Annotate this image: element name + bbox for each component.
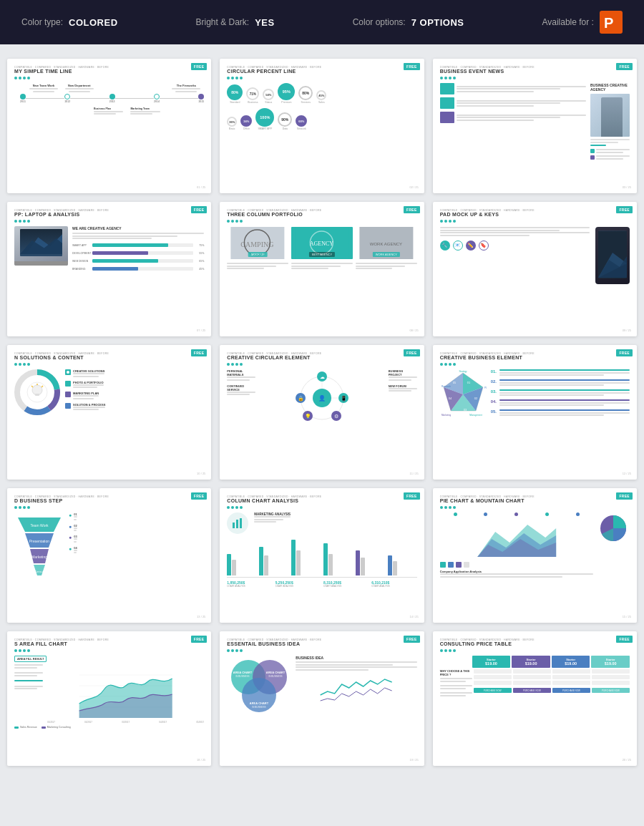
- slide-page: 11 / 25: [409, 472, 418, 475]
- dot: [231, 363, 234, 366]
- dot: [227, 649, 230, 652]
- solutions-circle: [14, 369, 61, 416]
- slide-page: 13 / 25: [197, 615, 205, 618]
- slide-11: FREE COMPATIBLE · COMPARED · STANDARDIZE…: [220, 488, 424, 623]
- dot: [240, 77, 243, 79]
- dot: [23, 506, 26, 509]
- slide-8: FREE COMPATIBLE · COMPARED · STANDARDIZE…: [220, 345, 424, 480]
- svg-text:🔒: 🔒: [297, 395, 303, 402]
- svg-text:AGENCY: AGENCY: [310, 240, 334, 247]
- dot: [227, 220, 230, 223]
- slide-page: 07 / 25: [197, 329, 205, 332]
- slide-15-badge: FREE: [616, 636, 633, 643]
- slide-9: FREE COMPATIBLE · COMPARED · STANDARDIZE…: [433, 345, 637, 480]
- area-chart: 01/2017 02/2017 03/2017 04/2017 05/2017: [47, 664, 204, 724]
- slide-12-title: PIE CHART & MOUNTAIN CHART: [440, 498, 630, 503]
- slide-3: FREE COMPATIBLE · COMPARED · STANDARDIZE…: [433, 59, 637, 193]
- dot: [240, 649, 243, 652]
- circle-item: 80% Services: [298, 86, 313, 104]
- svg-text:⚙: ⚙: [334, 414, 338, 419]
- dot: [444, 506, 447, 509]
- slide-10-title: D BUSINESS STEP: [14, 498, 204, 503]
- dot: [231, 77, 234, 79]
- dot: [453, 77, 456, 79]
- svg-rect-21: [35, 394, 39, 396]
- color-options-label: Color options:: [353, 17, 406, 27]
- svg-text:01: 01: [467, 381, 470, 384]
- dot: [27, 506, 30, 509]
- dot: [449, 649, 452, 652]
- dot: [453, 363, 456, 366]
- slide-6-badge: FREE: [616, 206, 633, 213]
- svg-text:WORK AGENCY: WORK AGENCY: [370, 242, 402, 246]
- slide-6: FREE COMPATIBLE · COMPARED · STANDARDIZE…: [433, 202, 637, 336]
- dot: [449, 77, 452, 79]
- slide-page: 09 / 25: [623, 329, 631, 332]
- svg-text:Marketing: Marketing: [441, 414, 452, 417]
- pie-chart: [597, 512, 630, 578]
- dot: [227, 506, 230, 509]
- dot: [14, 220, 17, 223]
- svg-text:AREA CHART: AREA CHART: [233, 671, 253, 674]
- svg-point-20: [32, 385, 42, 395]
- slide-11-title: COLUMN CHART ANALYSIS: [227, 498, 416, 503]
- svg-text:Marketing: Marketing: [31, 555, 47, 559]
- dot: [449, 220, 452, 223]
- slide-3-badge: FREE: [616, 63, 633, 70]
- slide-page: 03 / 25: [623, 185, 631, 189]
- circle-item: 100% SMART APP: [255, 108, 274, 130]
- svg-point-25: [67, 371, 69, 374]
- svg-text:AREA CHART: AREA CHART: [266, 671, 286, 674]
- slide-12: FREE COMPATIBLE · COMPARED · STANDARDIZE…: [433, 488, 637, 623]
- svg-text:05: 05: [452, 381, 456, 384]
- dot: [19, 649, 21, 652]
- slide-page: 10 / 25: [197, 472, 205, 475]
- line-chart: [296, 674, 416, 702]
- slide-page: 12 / 25: [623, 472, 631, 475]
- svg-text:IN BUSINESS: IN BUSINESS: [269, 675, 283, 678]
- dot: [23, 220, 26, 223]
- dot: [444, 649, 447, 652]
- bright-dark-label: Bright & Dark:: [195, 17, 249, 27]
- slide-page: 01 / 25: [197, 185, 205, 189]
- dot: [23, 363, 26, 366]
- slide-5-badge: FREE: [404, 206, 420, 213]
- svg-text:Strategy: Strategy: [459, 370, 467, 373]
- dot: [449, 506, 452, 509]
- dot: [235, 649, 238, 652]
- color-type-label: Color type:: [21, 17, 63, 27]
- slide-10: FREE COMPATIBLE · COMPARED · STANDARDIZE…: [7, 488, 211, 623]
- slide-14: FREE COMPATIBLE · COMPARED · STANDARDIZE…: [220, 631, 424, 766]
- slide-page: 19 / 25: [409, 758, 418, 762]
- dot: [14, 77, 17, 79]
- dot: [227, 77, 230, 79]
- svg-text:Planning: Planning: [484, 387, 487, 389]
- dot: [19, 220, 21, 223]
- circle-item: 34% Office: [240, 115, 252, 130]
- svg-text:💡: 💡: [304, 413, 311, 419]
- circle-item: 90% Data: [278, 112, 292, 130]
- timeline-row: 2011 2012 2013: [20, 94, 204, 103]
- circular-diagram: ☁ 📱 ⚙ 💡 🔒 👤: [258, 369, 385, 427]
- slide-13: FREE COMPATIBLE · COMPARED · STANDARDIZE…: [7, 631, 211, 766]
- pentagon-diagram: 01 02 03 04 05 Strategy Planning Managem…: [440, 369, 487, 419]
- slide-5: FREE COMPATIBLE · COMPARED · STANDARDIZE…: [220, 202, 424, 336]
- slide-14-title: ESSENTAIL BUSINESS IDEA: [227, 641, 416, 646]
- slides-grid: FREE COMPATIBLE · COMPARED · STANDARDIZE…: [0, 44, 644, 780]
- column-chart: [227, 538, 416, 578]
- dot: [440, 220, 443, 223]
- slide-page: 20 / 25: [623, 758, 631, 762]
- slide-15: FREE COMPATIBLE · COMPARED · STANDARDIZE…: [433, 631, 637, 766]
- color-options-value: 7 OPTIONS: [411, 17, 464, 28]
- color-type-value: COLORED: [69, 17, 118, 28]
- circle-item: 68% Network: [296, 115, 307, 130]
- svg-text:04: 04: [448, 397, 452, 400]
- dot: [14, 506, 17, 509]
- svg-rect-65: [233, 523, 235, 528]
- dot: [19, 363, 21, 366]
- svg-text:IN BUSINESS: IN BUSINESS: [236, 675, 250, 678]
- slide-1-title: MY SIMPLE TIME LINE: [14, 69, 204, 74]
- circle-item: 71% Business: [246, 87, 259, 104]
- dot: [235, 220, 238, 223]
- laptop-layout: WE ARE CREATIVE AGENCY SMART APP 75% DEV…: [14, 226, 204, 273]
